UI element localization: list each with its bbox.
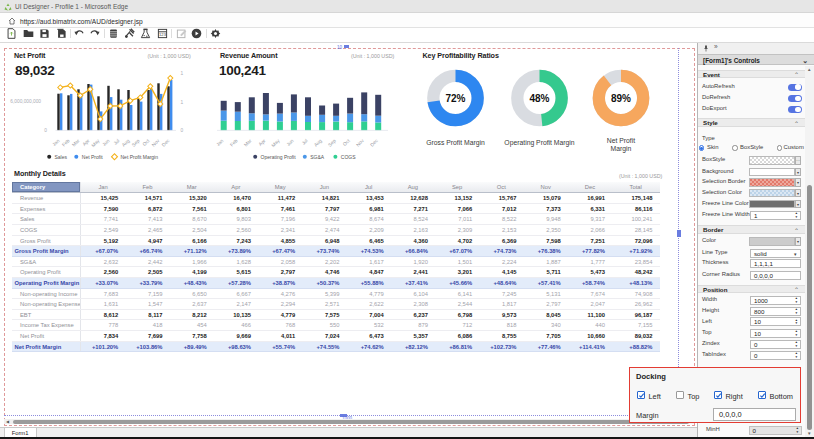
svg-text:89%: 89% <box>611 93 631 104</box>
svg-text:Nov: Nov <box>151 138 161 148</box>
svg-text:Mar: Mar <box>71 138 81 148</box>
svg-text:Apr: Apr <box>82 138 91 147</box>
svg-text:Jan: Jan <box>215 138 224 147</box>
svg-text:Oct: Oct <box>342 138 351 147</box>
svg-text:Feb: Feb <box>229 138 239 148</box>
svg-text:Apr: Apr <box>258 138 267 147</box>
svg-text:Sep: Sep <box>327 138 337 148</box>
svg-text:72%: 72% <box>445 93 465 104</box>
svg-text:Sales: Sales <box>55 154 68 160</box>
svg-text:1: 1 <box>181 100 184 105</box>
svg-text:Jun: Jun <box>286 138 295 147</box>
svg-text:Jul: Jul <box>301 138 309 146</box>
svg-text:Net Profit: Net Profit <box>607 137 635 144</box>
svg-text:6,000,000,000: 6,000,000,000 <box>10 99 41 104</box>
svg-text:Dec: Dec <box>369 138 379 148</box>
svg-text:Sep: Sep <box>131 138 141 148</box>
svg-text:48%: 48% <box>529 93 549 104</box>
svg-text:1: 1 <box>181 71 184 76</box>
svg-text:Mar: Mar <box>243 138 253 148</box>
svg-text:May: May <box>91 138 101 148</box>
svg-text:123: 123 <box>159 32 167 37</box>
svg-text:Net Profit: Net Profit <box>82 154 103 160</box>
svg-text:May: May <box>271 138 281 148</box>
svg-text:Operating Profit: Operating Profit <box>261 154 297 160</box>
svg-text:Aug: Aug <box>313 138 323 148</box>
svg-text:Jul: Jul <box>113 138 121 146</box>
svg-text:0: 0 <box>181 128 184 133</box>
svg-text:SG&A: SG&A <box>310 154 325 160</box>
svg-text:Aug: Aug <box>121 138 131 148</box>
svg-text:Feb: Feb <box>61 138 71 148</box>
svg-text:Oct: Oct <box>142 138 151 147</box>
svg-text:0: 0 <box>44 128 47 133</box>
svg-text:Jun: Jun <box>102 138 111 147</box>
svg-text:Dec: Dec <box>161 138 171 148</box>
svg-text:COGS: COGS <box>341 154 356 160</box>
svg-text:Operating Profit Margin: Operating Profit Margin <box>504 139 574 147</box>
svg-text:Jan: Jan <box>52 138 61 147</box>
svg-text:Net Profit Margin: Net Profit Margin <box>121 154 159 160</box>
svg-text:Gross Profit Margin: Gross Profit Margin <box>426 139 485 147</box>
svg-text:Nov: Nov <box>355 138 365 148</box>
svg-text:Margin: Margin <box>611 145 632 153</box>
